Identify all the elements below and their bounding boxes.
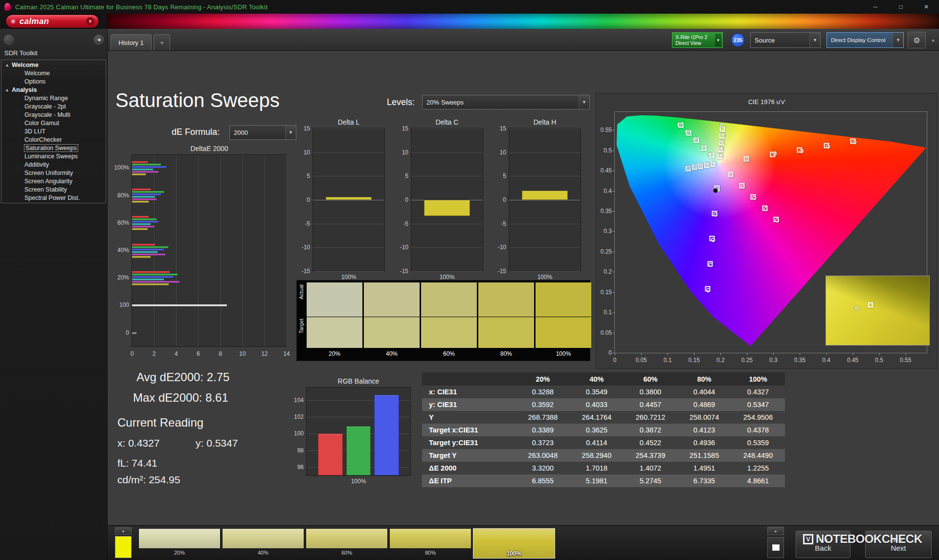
- x-tick-label: 8: [212, 350, 229, 357]
- sidebar-item-dynamic-range[interactable]: Dynamic Range: [1, 94, 106, 103]
- delta-h-xlabel: 100%: [509, 274, 581, 280]
- de-formula-dropdown[interactable]: 2000 ▼: [229, 125, 296, 140]
- table-value-cell: 1.4072: [624, 462, 677, 474]
- measured-point-marker: [712, 161, 716, 166]
- y-tick-label: 0.3: [594, 228, 612, 235]
- axis-tick: [612, 312, 615, 313]
- gridline: [243, 155, 243, 346]
- patch-button-40[interactable]: 40%: [222, 528, 304, 559]
- table-value-cell: 0.3800: [624, 386, 677, 398]
- swatch-label: 40%: [364, 350, 420, 357]
- table-value-cell: 3.3200: [516, 462, 570, 474]
- bar: [132, 196, 155, 198]
- patch-row: 20%40%60%80%100%: [138, 528, 555, 559]
- bar: [132, 223, 151, 225]
- bar: [132, 201, 149, 203]
- sidebar-group-welcome[interactable]: ▲Welcome: [1, 61, 106, 69]
- sidebar-item-grayscale-2pt[interactable]: Grayscale - 2pt: [1, 103, 106, 111]
- y-tick-label: 0.1: [594, 309, 612, 316]
- levels-dropdown[interactable]: 20% Sweeps ▼: [422, 95, 590, 109]
- axis-tick: [720, 353, 721, 355]
- back-button[interactable]: ◄◄ Back: [796, 531, 850, 558]
- table-value-cell: 0.5347: [731, 398, 785, 411]
- measured-point-marker: [709, 263, 713, 267]
- collapse-sidebar-button[interactable]: ◀: [94, 35, 104, 44]
- sidebar-item-screen-angularity[interactable]: Screen Angularity: [1, 177, 106, 186]
- maximize-button[interactable]: □: [888, 0, 914, 14]
- actual-swatch: [536, 282, 591, 317]
- tree-expand-icon[interactable]: ▲: [5, 86, 9, 94]
- sidebar-item-screen-uniformity[interactable]: Screen Uniformity: [1, 169, 106, 177]
- collapse-toolbar-button[interactable]: ▲: [929, 35, 937, 45]
- sidebar-item-grayscale-multi[interactable]: Grayscale - Multi: [1, 111, 106, 119]
- pattern-window-button[interactable]: [767, 537, 784, 558]
- measured-point-marker: [855, 306, 859, 311]
- sidebar-item-options[interactable]: Options: [1, 78, 106, 86]
- display-control-dropdown[interactable]: Direct Display Control ▼: [827, 32, 904, 48]
- tab-history-1[interactable]: History 1: [111, 34, 152, 50]
- patch-button-80[interactable]: 80%: [389, 528, 471, 559]
- gridline: [509, 247, 581, 248]
- sidebar-item-label: Additivity: [24, 161, 49, 168]
- y-tick-label: 0.25: [594, 248, 612, 255]
- table-value-cell: 0.3549: [570, 386, 624, 398]
- sidebar-item-label: Screen Uniformity: [24, 170, 73, 176]
- patch-color: [222, 528, 304, 549]
- y-tick-label: 5: [489, 172, 506, 179]
- settings-button[interactable]: ⚙: [908, 32, 926, 48]
- sidebar-item-luminance-sweeps[interactable]: Luminance Sweeps: [1, 152, 106, 161]
- sidebar-item-welcome[interactable]: Welcome: [1, 69, 106, 78]
- delta-c-chart-title: Delta C: [411, 118, 483, 126]
- tree-expand-icon[interactable]: ▲: [5, 61, 9, 69]
- sidebar-item-color-gamut[interactable]: Color Gamut: [1, 119, 106, 128]
- measured-point-marker: [677, 122, 682, 127]
- add-tab-button[interactable]: +: [154, 34, 170, 50]
- sidebar-item-colorchecker[interactable]: ColorChecker: [1, 136, 106, 144]
- gridline: [198, 155, 199, 346]
- pattern-popup-button[interactable]: ▲: [115, 527, 132, 535]
- sidebar-item-additivity[interactable]: Additivity: [1, 161, 106, 169]
- current-fl: fL: 74.41: [117, 457, 157, 469]
- meter-dropdown[interactable]: X-Rite i1Pro 2 Direct View ▼: [672, 32, 723, 48]
- calman-menu-button[interactable]: ✳ calman ▼: [6, 15, 99, 28]
- panel-popup-button[interactable]: ▲: [767, 527, 784, 535]
- y-tick-label: 0.55: [594, 127, 612, 133]
- workflow-icon[interactable]: [4, 35, 14, 44]
- table-value-cell: 258.0074: [677, 411, 731, 424]
- bar: [132, 254, 165, 256]
- x-tick-label: 2: [145, 350, 163, 357]
- y-tick-label: 0.5: [594, 147, 612, 154]
- bar: [132, 226, 154, 228]
- sidebar-item-3d-lut[interactable]: 3D LUT: [1, 128, 106, 136]
- table-value-cell: 6.7335: [677, 474, 731, 487]
- close-button[interactable]: ✕: [914, 0, 939, 14]
- sidebar-group-analysis[interactable]: ▲Analysis: [1, 86, 106, 94]
- group-label: 0: [108, 329, 129, 336]
- x-tick-label: 0.5: [871, 357, 888, 364]
- y-tick-label: 0: [391, 196, 408, 203]
- gridline: [509, 129, 581, 129]
- rgb-balance-chart: RGB Balance 1041021009896 100%: [288, 375, 416, 488]
- minimize-button[interactable]: ─: [863, 0, 888, 14]
- delta-c-xlabel: 100%: [411, 274, 483, 280]
- patch-button-20[interactable]: 20%: [138, 528, 221, 559]
- target-point-marker: [868, 302, 873, 308]
- x-tick-label: 0.4: [818, 357, 835, 364]
- current-patch-swatch[interactable]: [115, 536, 132, 558]
- bar: [132, 246, 168, 248]
- source-dropdown[interactable]: Source ▼: [750, 32, 821, 48]
- bar: [132, 161, 148, 163]
- sidebar-item-label: Screen Stability: [24, 186, 67, 193]
- delta-c-chart: Delta C 151050-5-10-15 100%: [390, 117, 488, 280]
- bar: [132, 276, 173, 278]
- sidebar-item-screen-stability[interactable]: Screen Stability: [1, 186, 106, 194]
- sidebar-item-saturation-sweeps[interactable]: Saturation Sweeps: [1, 144, 106, 152]
- next-button[interactable]: ►► Next: [865, 531, 932, 558]
- bar: [132, 221, 158, 223]
- table-value-cell: 0.4114: [570, 436, 624, 449]
- measured-point-marker: [706, 162, 710, 167]
- gridline: [313, 200, 384, 200]
- patch-button-100[interactable]: 100%: [473, 528, 555, 559]
- sidebar-item-spectral-power-dist[interactable]: Spectral Power Dist.: [1, 194, 106, 202]
- patch-button-60[interactable]: 60%: [306, 528, 388, 559]
